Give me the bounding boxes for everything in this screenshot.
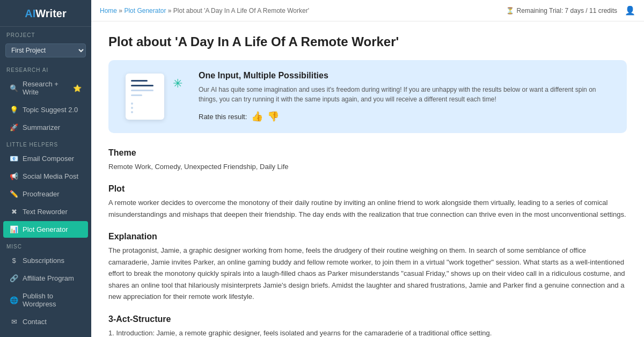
sidebar-item-plot-generator[interactable]: 📊 Plot Generator: [3, 221, 88, 238]
logo-writer: Writer: [35, 8, 66, 19]
sidebar-item-label: Affiliate Program: [23, 274, 74, 282]
project-selector-wrap: First Project: [0, 40, 91, 62]
section-theme: Theme Remote Work, Comedy, Unexpected Fr…: [108, 148, 627, 172]
megaphone-icon: 📢: [10, 172, 18, 180]
rate-label: Rate this result:: [199, 113, 247, 121]
misc-section-label: Misc: [0, 238, 91, 252]
section-explanation-body: The protagonist, Jamie, a graphic design…: [108, 245, 627, 302]
sidebar-item-research-write[interactable]: 🔍 Research + Write ⭐: [3, 76, 88, 100]
info-banner: ✳ One Input, Multiple Possibilities Our …: [108, 60, 627, 133]
doc-dots: [131, 102, 159, 113]
section-three-act-title: 3-Act-Structure: [108, 314, 627, 324]
sidebar-item-label: Email Composer: [23, 155, 74, 163]
page-title: Plot about 'A Day In A Life Of A Remote …: [108, 34, 627, 49]
sidebar-item-label: Research + Write: [23, 80, 68, 96]
section-theme-body: Remote Work, Comedy, Unexpected Friendsh…: [108, 161, 627, 172]
globe-icon: 🌐: [10, 296, 18, 304]
app-logo: AIWriter: [0, 0, 91, 27]
section-theme-title: Theme: [108, 148, 627, 158]
chart-icon: 📊: [10, 225, 18, 233]
banner-description: Our AI has quite some imagination and us…: [199, 85, 614, 104]
sidebar-item-label: Summarizer: [23, 123, 60, 131]
sidebar: AIWriter Project First Project Research …: [0, 0, 91, 337]
sidebar-item-label: Contact: [23, 318, 47, 326]
breadcrumb: Home » Plot Generator » Plot about 'A Da…: [100, 7, 309, 14]
banner-text: One Input, Multiple Possibilities Our AI…: [199, 71, 614, 122]
sidebar-item-contact[interactable]: ✉ Contact: [3, 313, 88, 330]
sidebar-item-affiliate-program[interactable]: 🔗 Affiliate Program: [3, 270, 88, 287]
sidebar-item-label: Topic Suggest 2.0: [23, 106, 78, 114]
thumbs-up-button[interactable]: 👍: [251, 111, 263, 122]
content-area: Plot about 'A Day In A Life Of A Remote …: [91, 21, 644, 337]
email-icon: 📧: [10, 155, 18, 163]
link-icon: 🔗: [10, 274, 18, 282]
topbar-right: ⏳ Remaining Trial: 7 days / 11 credits 👤: [506, 5, 635, 16]
sidebar-item-publish-wordpress[interactable]: 🌐 Publish to Wordpress: [3, 288, 88, 312]
sidebar-item-label: Proofreader: [23, 190, 60, 198]
document-shape: [126, 74, 164, 120]
rocket-icon: 🚀: [10, 123, 18, 131]
banner-illustration: ✳: [121, 72, 186, 121]
section-plot-body: A remote worker decides to overcome the …: [108, 197, 627, 220]
thumbs-down-button[interactable]: 👎: [267, 111, 279, 122]
section-three-act: 3-Act-Structure 1. Introduction: Jamie, …: [108, 314, 627, 338]
envelope-icon: ✉: [10, 318, 18, 326]
project-select[interactable]: First Project: [5, 43, 86, 57]
banner-rating: Rate this result: 👍 👎: [199, 111, 614, 122]
sidebar-item-proofreader[interactable]: ✏️ Proofreader: [3, 186, 88, 202]
doc-line-4: [131, 94, 142, 96]
section-explanation-title: Explanation: [108, 232, 627, 241]
breadcrumb-sep2: »: [168, 7, 173, 14]
banner-title: One Input, Multiple Possibilities: [199, 71, 614, 80]
pencil-icon: ✏️: [10, 190, 18, 198]
sidebar-item-summarizer[interactable]: 🚀 Summarizer: [3, 119, 88, 136]
dollar-icon: $: [10, 257, 18, 265]
sidebar-item-label: Text Reworder: [23, 208, 68, 216]
sidebar-item-email-composer[interactable]: 📧 Email Composer: [3, 150, 88, 167]
search-icon: 🔍: [10, 84, 18, 92]
breadcrumb-plot-generator[interactable]: Plot Generator: [124, 7, 166, 14]
doc-line-1: [131, 80, 148, 82]
helpers-section-label: Little Helpers: [0, 136, 91, 150]
research-ai-section-label: Research AI: [0, 62, 91, 75]
main-area: Home » Plot Generator » Plot about 'A Da…: [91, 0, 644, 337]
lightbulb-icon: 💡: [10, 106, 18, 114]
breadcrumb-home[interactable]: Home: [100, 7, 117, 14]
doc-line-2: [131, 85, 153, 86]
sidebar-item-text-reworder[interactable]: ✖ Text Reworder: [3, 203, 88, 220]
star-icon: ⭐: [73, 84, 82, 92]
sidebar-item-label: Plot Generator: [23, 225, 68, 233]
breadcrumb-sep1: »: [119, 7, 124, 14]
section-three-act-body: 1. Introduction: Jamie, a remote graphic…: [108, 327, 627, 338]
sidebar-item-subscriptions[interactable]: $ Subscriptions: [3, 252, 88, 269]
project-section-label: Project: [0, 27, 91, 40]
sidebar-item-label: Publish to Wordpress: [23, 292, 82, 308]
hourglass-icon: ⏳: [506, 7, 514, 14]
user-icon[interactable]: 👤: [625, 5, 635, 16]
doc-dot-3: [131, 111, 133, 113]
x-icon: ✖: [10, 208, 18, 216]
section-plot-title: Plot: [108, 184, 627, 194]
topbar: Home » Plot Generator » Plot about 'A Da…: [91, 0, 644, 21]
trial-text: Remaining Trial: 7 days / 11 credits: [517, 7, 617, 14]
sidebar-item-label: Subscriptions: [23, 257, 64, 265]
logo-ai: AI: [25, 8, 35, 19]
sidebar-item-social-media-post[interactable]: 📢 Social Media Post: [3, 168, 88, 185]
sidebar-item-label: Social Media Post: [23, 172, 78, 180]
doc-dot-2: [131, 107, 133, 109]
breadcrumb-current: Plot about 'A Day In A Life Of A Remote …: [173, 7, 309, 14]
sidebar-item-topic-suggest[interactable]: 💡 Topic Suggest 2.0: [3, 101, 88, 118]
doc-dot-1: [131, 102, 133, 105]
doc-line-3: [131, 90, 153, 91]
section-explanation: Explanation The protagonist, Jamie, a gr…: [108, 232, 627, 302]
trial-info: ⏳ Remaining Trial: 7 days / 11 credits: [506, 7, 617, 14]
section-plot: Plot A remote worker decides to overcome…: [108, 184, 627, 220]
sparkle-icon: ✳: [173, 77, 182, 91]
